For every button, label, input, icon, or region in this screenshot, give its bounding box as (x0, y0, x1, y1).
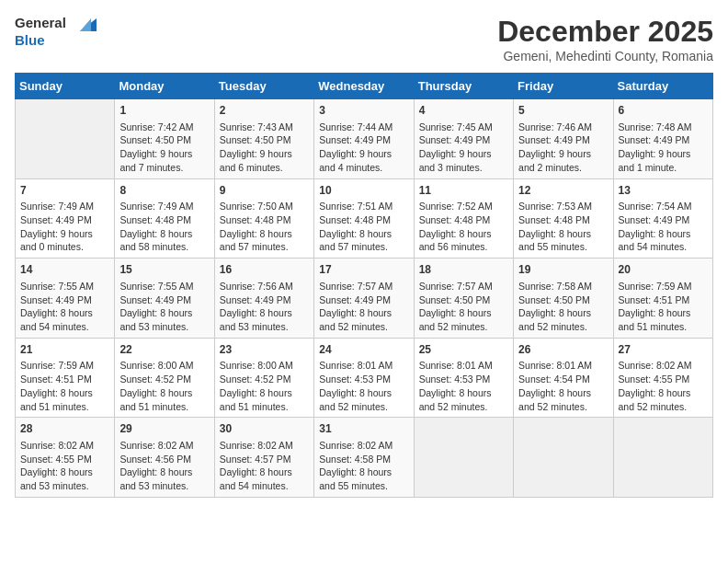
day-info: Sunrise: 7:59 AM Sunset: 4:51 PM Dayligh… (619, 280, 708, 334)
day-info: Sunrise: 8:01 AM Sunset: 4:53 PM Dayligh… (319, 359, 408, 413)
calendar-cell: 19Sunrise: 7:58 AM Sunset: 4:50 PM Dayli… (514, 259, 613, 339)
day-number: 6 (619, 103, 708, 119)
day-info: Sunrise: 7:48 AM Sunset: 4:49 PM Dayligh… (619, 121, 708, 175)
header-friday: Friday (514, 74, 613, 99)
day-info: Sunrise: 7:59 AM Sunset: 4:51 PM Dayligh… (20, 359, 109, 413)
day-number: 22 (119, 342, 209, 358)
calendar-cell: 21Sunrise: 7:59 AM Sunset: 4:51 PM Dayli… (16, 338, 115, 418)
calendar-cell: 9Sunrise: 7:50 AM Sunset: 4:48 PM Daylig… (214, 178, 313, 259)
calendar-cell: 30Sunrise: 8:02 AM Sunset: 4:57 PM Dayli… (214, 418, 313, 498)
day-info: Sunrise: 7:58 AM Sunset: 4:50 PM Dayligh… (518, 280, 608, 334)
calendar-cell: 27Sunrise: 8:02 AM Sunset: 4:55 PM Dayli… (613, 338, 712, 418)
day-info: Sunrise: 7:52 AM Sunset: 4:48 PM Dayligh… (419, 200, 508, 254)
calendar-cell: 8Sunrise: 7:49 AM Sunset: 4:48 PM Daylig… (115, 178, 214, 259)
day-number: 20 (619, 262, 708, 278)
calendar-cell: 4Sunrise: 7:45 AM Sunset: 4:49 PM Daylig… (414, 99, 513, 179)
calendar-cell: 28Sunrise: 8:02 AM Sunset: 4:55 PM Dayli… (16, 418, 115, 498)
week-row-0: 1Sunrise: 7:42 AM Sunset: 4:50 PM Daylig… (16, 99, 713, 179)
calendar-cell: 6Sunrise: 7:48 AM Sunset: 4:49 PM Daylig… (613, 99, 712, 179)
calendar-cell: 2Sunrise: 7:43 AM Sunset: 4:50 PM Daylig… (214, 99, 313, 179)
day-info: Sunrise: 7:57 AM Sunset: 4:50 PM Dayligh… (419, 280, 508, 334)
header-monday: Monday (115, 74, 214, 99)
day-number: 2 (220, 103, 309, 119)
day-info: Sunrise: 7:49 AM Sunset: 4:48 PM Dayligh… (119, 200, 209, 254)
logo-icon (71, 15, 98, 33)
calendar-cell: 5Sunrise: 7:46 AM Sunset: 4:49 PM Daylig… (514, 99, 613, 179)
day-info: Sunrise: 7:54 AM Sunset: 4:49 PM Dayligh… (619, 200, 708, 254)
calendar-cell (16, 99, 115, 179)
title-area: December 2025 Gemeni, Mehedinti County, … (497, 15, 713, 63)
day-number: 3 (319, 103, 408, 119)
day-number: 28 (20, 421, 109, 437)
calendar-cell (613, 418, 712, 498)
day-number: 21 (20, 342, 109, 358)
calendar-cell: 23Sunrise: 8:00 AM Sunset: 4:52 PM Dayli… (214, 338, 313, 418)
day-info: Sunrise: 8:00 AM Sunset: 4:52 PM Dayligh… (119, 359, 209, 413)
day-number: 29 (119, 421, 209, 437)
day-number: 23 (220, 342, 309, 358)
location-title: Gemeni, Mehedinti County, Romania (497, 49, 713, 63)
day-number: 8 (119, 183, 209, 199)
logo-text: General (15, 15, 98, 33)
day-info: Sunrise: 8:02 AM Sunset: 4:58 PM Dayligh… (319, 439, 408, 493)
calendar-cell: 22Sunrise: 8:00 AM Sunset: 4:52 PM Dayli… (115, 338, 214, 418)
calendar-cell: 7Sunrise: 7:49 AM Sunset: 4:49 PM Daylig… (16, 178, 115, 259)
calendar-cell (514, 418, 613, 498)
calendar-cell: 16Sunrise: 7:56 AM Sunset: 4:49 PM Dayli… (214, 259, 313, 339)
day-info: Sunrise: 7:49 AM Sunset: 4:49 PM Dayligh… (20, 200, 109, 254)
day-number: 5 (518, 103, 608, 119)
calendar-cell: 17Sunrise: 7:57 AM Sunset: 4:49 PM Dayli… (314, 259, 414, 339)
calendar-cell: 26Sunrise: 8:01 AM Sunset: 4:54 PM Dayli… (514, 338, 613, 418)
calendar-cell: 14Sunrise: 7:55 AM Sunset: 4:49 PM Dayli… (16, 259, 115, 339)
day-number: 14 (20, 262, 109, 278)
calendar-body: 1Sunrise: 7:42 AM Sunset: 4:50 PM Daylig… (16, 99, 713, 498)
day-info: Sunrise: 8:01 AM Sunset: 4:53 PM Dayligh… (419, 359, 508, 413)
calendar-cell: 12Sunrise: 7:53 AM Sunset: 4:48 PM Dayli… (514, 178, 613, 259)
day-number: 27 (619, 342, 708, 358)
calendar-table: SundayMondayTuesdayWednesdayThursdayFrid… (15, 73, 713, 498)
day-info: Sunrise: 8:00 AM Sunset: 4:52 PM Dayligh… (220, 359, 309, 413)
header-saturday: Saturday (613, 74, 712, 99)
calendar-cell: 13Sunrise: 7:54 AM Sunset: 4:49 PM Dayli… (613, 178, 712, 259)
day-number: 31 (319, 421, 408, 437)
calendar-cell: 1Sunrise: 7:42 AM Sunset: 4:50 PM Daylig… (115, 99, 214, 179)
header-tuesday: Tuesday (214, 74, 313, 99)
day-info: Sunrise: 7:53 AM Sunset: 4:48 PM Dayligh… (518, 200, 608, 254)
day-number: 15 (119, 262, 209, 278)
day-info: Sunrise: 8:02 AM Sunset: 4:56 PM Dayligh… (119, 439, 209, 493)
calendar-cell: 3Sunrise: 7:44 AM Sunset: 4:49 PM Daylig… (314, 99, 414, 179)
day-info: Sunrise: 7:56 AM Sunset: 4:49 PM Dayligh… (220, 280, 309, 334)
day-number: 16 (220, 262, 309, 278)
day-info: Sunrise: 8:02 AM Sunset: 4:55 PM Dayligh… (619, 359, 708, 413)
day-info: Sunrise: 7:44 AM Sunset: 4:49 PM Dayligh… (319, 121, 408, 175)
day-number: 19 (518, 262, 608, 278)
day-number: 9 (220, 183, 309, 199)
day-info: Sunrise: 8:01 AM Sunset: 4:54 PM Dayligh… (518, 359, 608, 413)
calendar-cell: 20Sunrise: 7:59 AM Sunset: 4:51 PM Dayli… (613, 259, 712, 339)
day-number: 30 (220, 421, 309, 437)
calendar-cell: 11Sunrise: 7:52 AM Sunset: 4:48 PM Dayli… (414, 178, 513, 259)
day-number: 18 (419, 262, 508, 278)
day-info: Sunrise: 7:42 AM Sunset: 4:50 PM Dayligh… (119, 121, 209, 175)
day-info: Sunrise: 7:50 AM Sunset: 4:48 PM Dayligh… (220, 200, 309, 254)
week-row-2: 14Sunrise: 7:55 AM Sunset: 4:49 PM Dayli… (16, 259, 713, 339)
day-number: 7 (20, 183, 109, 199)
day-info: Sunrise: 7:43 AM Sunset: 4:50 PM Dayligh… (220, 121, 309, 175)
header-wednesday: Wednesday (314, 74, 414, 99)
day-number: 24 (319, 342, 408, 358)
day-number: 12 (518, 183, 608, 199)
day-number: 13 (619, 183, 708, 199)
calendar-cell: 29Sunrise: 8:02 AM Sunset: 4:56 PM Dayli… (115, 418, 214, 498)
day-number: 17 (319, 262, 408, 278)
calendar-cell: 24Sunrise: 8:01 AM Sunset: 4:53 PM Dayli… (314, 338, 414, 418)
day-info: Sunrise: 7:46 AM Sunset: 4:49 PM Dayligh… (518, 121, 608, 175)
week-row-4: 28Sunrise: 8:02 AM Sunset: 4:55 PM Dayli… (16, 418, 713, 498)
month-title: December 2025 (497, 15, 713, 49)
calendar-cell: 18Sunrise: 7:57 AM Sunset: 4:50 PM Dayli… (414, 259, 513, 339)
header-thursday: Thursday (414, 74, 513, 99)
calendar-cell: 25Sunrise: 8:01 AM Sunset: 4:53 PM Dayli… (414, 338, 513, 418)
day-info: Sunrise: 7:45 AM Sunset: 4:49 PM Dayligh… (419, 121, 508, 175)
day-number: 11 (419, 183, 508, 199)
day-number: 1 (119, 103, 209, 119)
day-number: 10 (319, 183, 408, 199)
